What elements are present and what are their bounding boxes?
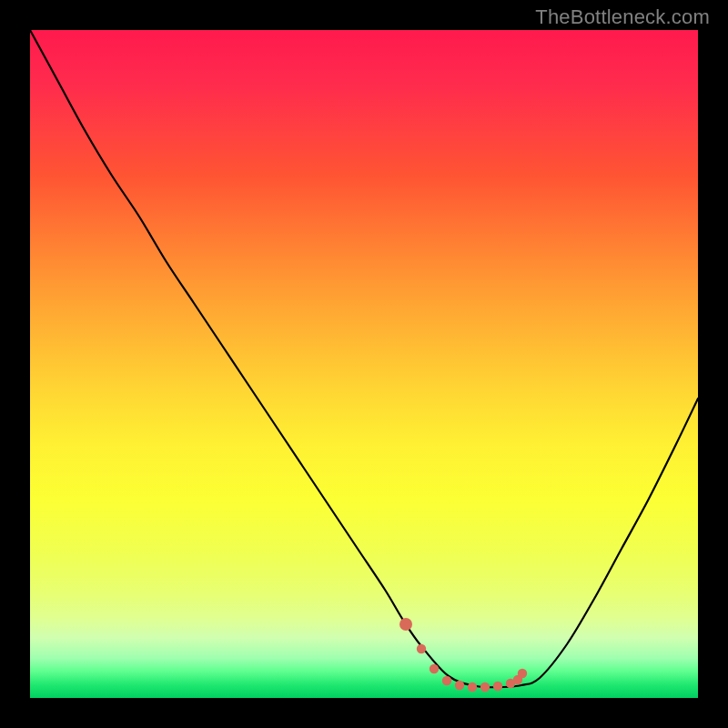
curve-line xyxy=(30,30,698,687)
svg-point-7 xyxy=(493,682,502,691)
svg-point-0 xyxy=(399,618,412,631)
svg-point-1 xyxy=(417,644,426,653)
chart-svg xyxy=(30,30,698,698)
chart-container: TheBottleneck.com xyxy=(0,0,728,728)
svg-point-6 xyxy=(480,682,490,692)
watermark-text: TheBottleneck.com xyxy=(535,5,710,29)
plot-area xyxy=(30,30,698,698)
highlight-dots xyxy=(399,618,527,692)
svg-point-5 xyxy=(468,682,477,692)
svg-point-3 xyxy=(442,676,451,685)
svg-point-10 xyxy=(518,669,527,678)
svg-point-2 xyxy=(430,664,439,673)
svg-point-4 xyxy=(455,681,464,690)
